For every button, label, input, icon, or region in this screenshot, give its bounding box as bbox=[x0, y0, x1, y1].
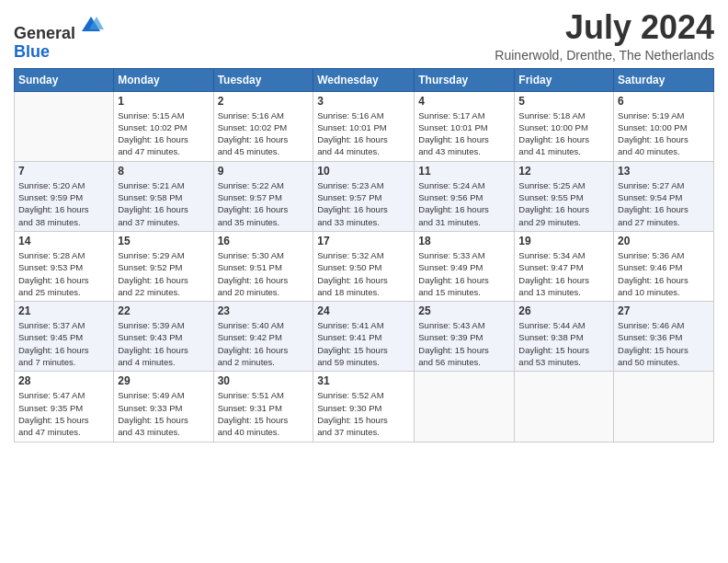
day-info: Sunrise: 5:47 AM Sunset: 9:35 PM Dayligh… bbox=[18, 389, 109, 438]
calendar-day-cell: 15Sunrise: 5:29 AM Sunset: 9:52 PM Dayli… bbox=[114, 231, 213, 301]
day-info: Sunrise: 5:44 AM Sunset: 9:38 PM Dayligh… bbox=[518, 319, 609, 368]
calendar-day-cell bbox=[515, 372, 614, 442]
day-number: 8 bbox=[118, 165, 209, 178]
day-info: Sunrise: 5:19 AM Sunset: 10:00 PM Daylig… bbox=[618, 109, 710, 158]
day-info: Sunrise: 5:34 AM Sunset: 9:47 PM Dayligh… bbox=[518, 249, 609, 298]
calendar-day-cell: 7Sunrise: 5:20 AM Sunset: 9:59 PM Daylig… bbox=[15, 161, 114, 231]
calendar-week-row: 28Sunrise: 5:47 AM Sunset: 9:35 PM Dayli… bbox=[15, 372, 714, 442]
title-block: July 2024 Ruinerwold, Drenthe, The Nethe… bbox=[495, 9, 714, 63]
day-info: Sunrise: 5:39 AM Sunset: 9:43 PM Dayligh… bbox=[118, 319, 209, 368]
day-info: Sunrise: 5:29 AM Sunset: 9:52 PM Dayligh… bbox=[118, 249, 209, 298]
calendar-day-cell bbox=[15, 91, 114, 161]
day-info: Sunrise: 5:24 AM Sunset: 9:56 PM Dayligh… bbox=[418, 179, 510, 228]
day-number: 12 bbox=[518, 165, 609, 178]
calendar-day-cell bbox=[415, 372, 515, 442]
day-number: 29 bbox=[118, 374, 209, 387]
day-number: 20 bbox=[618, 235, 710, 247]
calendar-day-cell: 11Sunrise: 5:24 AM Sunset: 9:56 PM Dayli… bbox=[415, 161, 515, 231]
day-info: Sunrise: 5:20 AM Sunset: 9:59 PM Dayligh… bbox=[18, 179, 109, 228]
calendar-header-row: SundayMondayTuesdayWednesdayThursdayFrid… bbox=[15, 68, 714, 91]
day-info: Sunrise: 5:18 AM Sunset: 10:00 PM Daylig… bbox=[518, 109, 609, 158]
calendar-day-cell: 9Sunrise: 5:22 AM Sunset: 9:57 PM Daylig… bbox=[213, 161, 313, 231]
calendar-day-cell: 31Sunrise: 5:52 AM Sunset: 9:30 PM Dayli… bbox=[313, 372, 415, 442]
calendar-day-cell: 1Sunrise: 5:15 AM Sunset: 10:02 PM Dayli… bbox=[114, 91, 213, 161]
day-number: 4 bbox=[418, 95, 510, 108]
calendar-day-cell: 25Sunrise: 5:43 AM Sunset: 9:39 PM Dayli… bbox=[415, 302, 515, 372]
day-number: 7 bbox=[18, 165, 109, 178]
calendar-day-cell: 23Sunrise: 5:40 AM Sunset: 9:42 PM Dayli… bbox=[213, 302, 313, 372]
calendar-day-cell: 17Sunrise: 5:32 AM Sunset: 9:50 PM Dayli… bbox=[313, 231, 415, 301]
calendar-day-header: Friday bbox=[515, 68, 614, 91]
day-info: Sunrise: 5:49 AM Sunset: 9:33 PM Dayligh… bbox=[118, 389, 209, 438]
calendar-day-cell: 5Sunrise: 5:18 AM Sunset: 10:00 PM Dayli… bbox=[515, 91, 614, 161]
day-number: 1 bbox=[118, 95, 209, 108]
day-info: Sunrise: 5:16 AM Sunset: 10:02 PM Daylig… bbox=[218, 109, 310, 158]
calendar-day-cell: 30Sunrise: 5:51 AM Sunset: 9:31 PM Dayli… bbox=[213, 372, 313, 442]
logo-icon bbox=[78, 13, 104, 39]
calendar-table: SundayMondayTuesdayWednesdayThursdayFrid… bbox=[14, 68, 714, 442]
day-number: 14 bbox=[18, 235, 109, 247]
calendar-day-cell: 4Sunrise: 5:17 AM Sunset: 10:01 PM Dayli… bbox=[415, 91, 515, 161]
day-number: 3 bbox=[317, 95, 410, 108]
day-number: 2 bbox=[218, 95, 310, 108]
day-info: Sunrise: 5:40 AM Sunset: 9:42 PM Dayligh… bbox=[218, 319, 310, 368]
day-info: Sunrise: 5:36 AM Sunset: 9:46 PM Dayligh… bbox=[618, 249, 710, 298]
day-info: Sunrise: 5:32 AM Sunset: 9:50 PM Dayligh… bbox=[317, 249, 410, 298]
day-number: 10 bbox=[317, 165, 410, 178]
day-number: 9 bbox=[218, 165, 310, 178]
calendar-day-cell: 21Sunrise: 5:37 AM Sunset: 9:45 PM Dayli… bbox=[15, 302, 114, 372]
day-info: Sunrise: 5:51 AM Sunset: 9:31 PM Dayligh… bbox=[218, 389, 310, 438]
calendar-day-cell: 16Sunrise: 5:30 AM Sunset: 9:51 PM Dayli… bbox=[213, 231, 313, 301]
day-info: Sunrise: 5:30 AM Sunset: 9:51 PM Dayligh… bbox=[218, 249, 310, 298]
month-year-title: July 2024 bbox=[495, 9, 714, 46]
day-number: 27 bbox=[618, 304, 710, 317]
day-number: 17 bbox=[317, 235, 410, 247]
calendar-day-header: Thursday bbox=[415, 68, 515, 91]
calendar-day-header: Sunday bbox=[15, 68, 114, 91]
calendar-day-cell: 8Sunrise: 5:21 AM Sunset: 9:58 PM Daylig… bbox=[114, 161, 213, 231]
day-info: Sunrise: 5:21 AM Sunset: 9:58 PM Dayligh… bbox=[118, 179, 209, 228]
calendar-day-cell: 22Sunrise: 5:39 AM Sunset: 9:43 PM Dayli… bbox=[114, 302, 213, 372]
calendar-day-cell: 27Sunrise: 5:46 AM Sunset: 9:36 PM Dayli… bbox=[614, 302, 714, 372]
calendar-day-cell: 12Sunrise: 5:25 AM Sunset: 9:55 PM Dayli… bbox=[515, 161, 614, 231]
day-info: Sunrise: 5:52 AM Sunset: 9:30 PM Dayligh… bbox=[317, 389, 410, 438]
calendar-day-header: Tuesday bbox=[213, 68, 313, 91]
location-label: Ruinerwold, Drenthe, The Netherlands bbox=[495, 48, 714, 63]
day-number: 23 bbox=[218, 304, 310, 317]
day-info: Sunrise: 5:16 AM Sunset: 10:01 PM Daylig… bbox=[317, 109, 410, 158]
calendar-day-cell: 24Sunrise: 5:41 AM Sunset: 9:41 PM Dayli… bbox=[313, 302, 415, 372]
calendar-day-cell: 3Sunrise: 5:16 AM Sunset: 10:01 PM Dayli… bbox=[313, 91, 415, 161]
day-number: 24 bbox=[317, 304, 410, 317]
calendar-week-row: 7Sunrise: 5:20 AM Sunset: 9:59 PM Daylig… bbox=[15, 161, 714, 231]
calendar-week-row: 21Sunrise: 5:37 AM Sunset: 9:45 PM Dayli… bbox=[15, 302, 714, 372]
day-number: 31 bbox=[317, 374, 410, 387]
calendar-day-cell: 2Sunrise: 5:16 AM Sunset: 10:02 PM Dayli… bbox=[213, 91, 313, 161]
day-number: 18 bbox=[418, 235, 510, 247]
logo: General Blue bbox=[14, 13, 104, 62]
day-info: Sunrise: 5:41 AM Sunset: 9:41 PM Dayligh… bbox=[317, 319, 410, 368]
calendar-day-cell: 14Sunrise: 5:28 AM Sunset: 9:53 PM Dayli… bbox=[15, 231, 114, 301]
day-number: 13 bbox=[618, 165, 710, 178]
calendar-day-cell: 10Sunrise: 5:23 AM Sunset: 9:57 PM Dayli… bbox=[313, 161, 415, 231]
day-number: 25 bbox=[418, 304, 510, 317]
day-info: Sunrise: 5:25 AM Sunset: 9:55 PM Dayligh… bbox=[518, 179, 609, 228]
day-number: 28 bbox=[18, 374, 109, 387]
day-info: Sunrise: 5:33 AM Sunset: 9:49 PM Dayligh… bbox=[418, 249, 510, 298]
calendar-week-row: 1Sunrise: 5:15 AM Sunset: 10:02 PM Dayli… bbox=[15, 91, 714, 161]
day-info: Sunrise: 5:15 AM Sunset: 10:02 PM Daylig… bbox=[118, 109, 209, 158]
calendar-day-cell: 28Sunrise: 5:47 AM Sunset: 9:35 PM Dayli… bbox=[15, 372, 114, 442]
day-info: Sunrise: 5:28 AM Sunset: 9:53 PM Dayligh… bbox=[18, 249, 109, 298]
day-info: Sunrise: 5:22 AM Sunset: 9:57 PM Dayligh… bbox=[218, 179, 310, 228]
calendar-day-cell: 20Sunrise: 5:36 AM Sunset: 9:46 PM Dayli… bbox=[614, 231, 714, 301]
page-header: General Blue July 2024 Ruinerwold, Drent… bbox=[14, 9, 714, 63]
calendar-day-header: Saturday bbox=[614, 68, 714, 91]
day-number: 21 bbox=[18, 304, 109, 317]
calendar-day-header: Monday bbox=[114, 68, 213, 91]
calendar-week-row: 14Sunrise: 5:28 AM Sunset: 9:53 PM Dayli… bbox=[15, 231, 714, 301]
day-number: 6 bbox=[618, 95, 710, 108]
calendar-day-cell: 13Sunrise: 5:27 AM Sunset: 9:54 PM Dayli… bbox=[614, 161, 714, 231]
calendar-day-cell: 18Sunrise: 5:33 AM Sunset: 9:49 PM Dayli… bbox=[415, 231, 515, 301]
day-number: 26 bbox=[518, 304, 609, 317]
day-number: 22 bbox=[118, 304, 209, 317]
day-info: Sunrise: 5:27 AM Sunset: 9:54 PM Dayligh… bbox=[618, 179, 710, 228]
